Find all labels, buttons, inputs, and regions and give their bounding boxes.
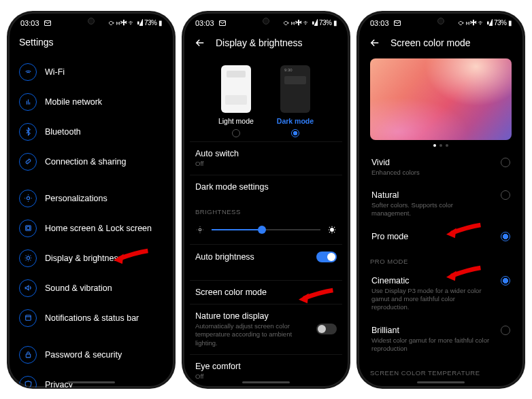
brightness-high-icon [327,225,337,235]
settings-item-label: Password & security [45,350,122,360]
temp-section-title: SCREEN COLOR TEMPERATURE [365,360,517,381]
radio[interactable] [501,190,510,200]
mobile-icon [19,93,37,111]
settings-item-label: Home screen & Lock screen [45,224,152,233]
dot[interactable] [439,144,442,147]
screen-color-mode-label: Screen color mode [195,288,337,297]
radio[interactable] [501,232,510,241]
settings-item-bluetooth[interactable]: Bluetooth [15,117,167,147]
light-mode-radio[interactable] [232,129,240,137]
dot[interactable] [433,144,436,147]
gmail-icon [393,19,401,27]
theme-mode-picker: Light mode Dark mode [190,58,342,141]
status-battery: 73% [494,19,507,27]
status-battery: 73% [319,19,332,27]
svg-point-8 [199,228,201,231]
color-preview-image[interactable] [370,58,512,140]
gmail-icon [218,19,227,27]
light-mode-option[interactable]: Light mode [218,65,254,137]
page-title: Screen color mode [390,37,471,48]
settings-item-label: Wi-Fi [45,67,65,77]
option-pro-mode[interactable]: Pro mode [365,225,517,248]
auto-switch-value: Off [195,160,337,168]
battery-icon: ▮ [159,19,163,27]
option-label: Cinematic [371,276,494,285]
dark-mode-option[interactable]: Dark mode [277,65,314,137]
screen-color-mode-row[interactable]: Screen color mode [190,280,342,304]
status-extra-icons: ⟳ ⋈ ✱ ᯤ ▮◢ [458,19,493,27]
option-vivid[interactable]: Vivid Enhanced colors [365,151,517,184]
back-button[interactable] [369,37,381,49]
dark-mode-radio[interactable] [291,129,299,137]
phone-settings: 03:03 ⟳ ⋈ ✱ ᯤ ▮◢ 73% ▮ Settings Wi-Fi Mo… [8,12,174,387]
gesture-bar[interactable] [67,381,115,383]
settings-item-label: Bluetooth [45,127,81,137]
brightness-slider[interactable] [212,229,320,230]
wifi-icon [19,63,37,81]
nature-tone-sub: Automatically adjust screen color temper… [195,322,311,347]
settings-item-sound[interactable]: Sound & vibration [15,273,167,303]
phone-display: 03:03 ⟳ ⋈ ✱ ᯤ ▮◢ 73% ▮ Display & brightn… [183,12,349,387]
settings-item-wifi[interactable]: Wi-Fi [15,57,167,87]
option-natural[interactable]: Natural Softer colors. Supports color ma… [365,184,517,225]
option-label: Brilliant [371,326,494,335]
auto-switch-label: Auto switch [195,149,337,158]
dark-mode-settings-row[interactable]: Dark mode settings [190,175,342,198]
nature-tone-row[interactable]: Nature tone display Automatically adjust… [190,304,342,354]
status-time: 03:03 [370,19,389,27]
brightness-slider-row [190,220,342,244]
auto-brightness-row[interactable]: Auto brightness [190,244,342,269]
eye-comfort-value: Off [195,372,337,381]
nature-tone-label: Nature tone display [195,311,311,321]
camera-notch [88,18,95,24]
status-time: 03:03 [195,19,214,27]
sound-icon [19,279,37,297]
brightness-section-title: BRIGHTNESS [190,198,342,220]
option-cinematic[interactable]: Cinematic Use Display P3 mode for a wide… [365,269,517,319]
gesture-bar[interactable] [417,381,465,383]
settings-item-home[interactable]: Home screen & Lock screen [15,213,167,243]
brightness-slider-thumb[interactable] [258,226,266,234]
dark-mode-settings-label: Dark mode settings [195,182,337,192]
svg-rect-5 [25,315,31,321]
nature-tone-toggle[interactable] [316,324,337,334]
header: Screen color mode [358,30,524,58]
settings-list: Wi-Fi Mobile network Bluetooth Connectio… [8,57,174,387]
settings-item-mobile[interactable]: Mobile network [15,87,167,117]
settings-item-connection[interactable]: Connection & sharing [15,147,167,177]
eye-comfort-label: Eye comfort [195,362,337,371]
status-extra-icons: ⟳ ⋈ ✱ ᯤ ▮◢ [283,19,318,27]
pagination-dots [365,144,517,147]
light-mode-thumb [221,65,251,113]
settings-item-privacy[interactable]: Privacy [15,370,167,387]
privacy-icon [19,376,37,387]
status-extra-icons: ⟳ ⋈ ✱ ᯤ ▮◢ [108,19,143,27]
lock-icon [19,346,37,364]
camera-notch [437,18,444,24]
svg-point-4 [27,256,29,259]
radio[interactable] [501,158,510,167]
svg-point-1 [27,196,29,199]
settings-item-personalizations[interactable]: Personalizations [15,184,167,213]
radio[interactable] [501,326,510,335]
auto-brightness-label: Auto brightness [195,252,254,262]
bluetooth-icon [19,123,37,141]
option-brilliant[interactable]: Brilliant Widest color gamut for more fa… [365,319,517,360]
radio[interactable] [501,276,510,285]
option-sub: Enhanced colors [371,169,494,177]
settings-item-display[interactable]: Display & brightness [15,243,167,273]
settings-item-security[interactable]: Password & security [15,340,167,370]
svg-rect-6 [26,354,31,358]
auto-switch-row[interactable]: Auto switch Off [190,141,342,175]
home-icon [19,220,37,237]
phone-color-mode: 03:03 ⟳ ⋈ ✱ ᯤ ▮◢ 73% ▮ Screen color mode… [358,12,524,387]
back-button[interactable] [194,37,206,49]
gesture-bar[interactable] [242,381,290,383]
notification-icon [19,309,37,327]
dot[interactable] [446,144,448,147]
auto-brightness-toggle[interactable] [316,251,337,262]
settings-item-notifications[interactable]: Notifications & status bar [15,303,167,333]
settings-item-label: Mobile network [45,97,102,107]
battery-icon: ▮ [333,19,337,27]
option-sub: Widest color gamut for more faithful col… [371,336,494,353]
